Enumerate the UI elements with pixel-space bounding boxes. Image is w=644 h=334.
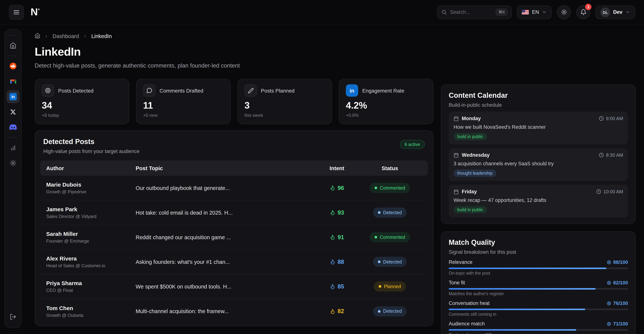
x-icon	[10, 109, 16, 115]
app-logo: N*	[30, 6, 40, 18]
calendar-icon	[454, 116, 459, 121]
column-topic: Post Topic	[136, 165, 316, 171]
right-rail: Content Calendar Build-in-public schedul…	[441, 84, 636, 334]
calendar-entry[interactable]: Monday 9:00 AM How we built NovaSeed's R…	[449, 112, 628, 144]
sidebar-item-settings[interactable]	[7, 157, 20, 170]
target-icon	[607, 321, 611, 326]
topbar: N* Search... ⌘K EN 1 DL Dev	[0, 0, 644, 25]
breadcrumb-dashboard[interactable]: Dashboard	[52, 33, 79, 39]
notification-badge: 1	[585, 4, 592, 10]
sidebar-item-gmail[interactable]	[7, 75, 20, 88]
calendar-entry[interactable]: Friday 10:00 AM Week recap — 47 opportun…	[449, 185, 628, 218]
avatar: DL	[600, 7, 610, 17]
logo-letter: N	[30, 6, 38, 18]
chevron-right-icon	[83, 34, 88, 39]
clock-icon	[599, 153, 604, 157]
metric-label: Relevance	[449, 259, 472, 265]
progress-fill	[449, 329, 576, 331]
sidebar-item-analytics[interactable]	[7, 141, 20, 154]
sidebar-divider	[9, 137, 17, 138]
entry-tag: build in public	[454, 133, 487, 140]
hamburger-icon	[13, 9, 20, 16]
post-topic: We spent $500K on outbound tools. H...	[136, 283, 316, 289]
table-row[interactable]: Sarah MillerFounder @ Encharge Reddit ch…	[40, 225, 428, 250]
active-count-badge: 6 active	[400, 140, 425, 149]
clock-icon	[599, 116, 604, 121]
comment-icon	[143, 84, 156, 97]
stat-card-posts-planned: Posts Planned 3 this week	[238, 79, 332, 124]
calendar-icon	[454, 189, 459, 194]
calendar-subtitle: Build-in-public schedule	[449, 102, 628, 108]
target-icon	[42, 84, 54, 97]
intent-score: 88	[316, 258, 358, 265]
flame-icon	[330, 259, 336, 265]
status-badge: Detected	[373, 306, 406, 316]
stat-value: 3	[244, 100, 325, 111]
stat-label: Posts Detected	[58, 88, 94, 93]
logo-asterisk: *	[38, 7, 40, 13]
sidebar: in	[4, 29, 22, 328]
table-row[interactable]: Marie DuboisGrowth @ Pipedrive Our outbo…	[40, 176, 428, 200]
breadcrumb: Dashboard LinkedIn	[35, 33, 434, 40]
sidebar-item-logout[interactable]	[7, 310, 20, 323]
menu-button[interactable]	[9, 5, 24, 20]
metric-caption: Post reaches your ICP	[449, 332, 628, 334]
table-header: Author Post Topic Intent Status	[40, 160, 428, 176]
metric-audience-match: Audience match 71/100 Post reaches your …	[449, 321, 628, 334]
entry-tag: build in public	[454, 206, 487, 214]
intent-score: 93	[316, 209, 358, 216]
column-status: Status	[358, 165, 422, 171]
post-topic: Hot take: cold email is dead in 2025. H.…	[136, 210, 316, 216]
theme-toggle-button[interactable]	[557, 5, 571, 19]
detected-posts-card: Detected Posts High-value posts from you…	[35, 130, 434, 326]
stat-sub: +8 today	[42, 113, 122, 118]
table-row[interactable]: Priya SharmaCEO @ Float We spent $500K o…	[40, 274, 428, 299]
notifications-button[interactable]: 1	[576, 5, 590, 19]
table-row[interactable]: Alex RiveraHead of Sales @ Customer.io A…	[40, 250, 428, 274]
stat-sub: +5 new	[143, 113, 224, 118]
stat-card-posts-detected: Posts Detected 34 +8 today	[35, 79, 129, 124]
flame-icon	[330, 210, 336, 215]
entry-time: 9:00 AM	[606, 116, 623, 121]
author-name: Sarah Miller	[46, 231, 136, 237]
author-role: CEO @ Float	[46, 288, 136, 293]
search-input[interactable]: Search... ⌘K	[437, 6, 512, 19]
left-column: Dashboard LinkedIn LinkedIn Detect high-…	[35, 25, 434, 326]
author-name: Tom Chen	[46, 305, 136, 311]
sidebar-item-linkedin[interactable]: in	[7, 90, 20, 103]
sidebar-item-home[interactable]	[7, 39, 20, 52]
table-row[interactable]: James ParkSales Director @ Vidyard Hot t…	[40, 200, 428, 225]
sidebar-item-discord[interactable]	[7, 121, 20, 134]
sidebar-item-reddit[interactable]	[7, 60, 20, 72]
us-flag-icon	[522, 10, 529, 15]
sidebar-item-x[interactable]	[7, 106, 20, 118]
chevron-right-icon	[44, 34, 49, 39]
status-dot-icon	[378, 211, 380, 214]
linkedin-icon: in	[346, 84, 358, 97]
status-dot-icon	[378, 310, 380, 312]
stat-sub: this week	[244, 113, 325, 118]
table-row[interactable]: Tom ChenGrowth @ Outseta Multi-channel a…	[40, 299, 428, 323]
calendar-entry[interactable]: Wednesday 8:30 AM 3 acquisition channels…	[449, 148, 628, 181]
post-topic: Multi-channel acquisition: the framew...	[136, 308, 316, 314]
calendar-title: Content Calendar	[449, 91, 628, 100]
status-dot-icon	[379, 285, 381, 288]
sidebar-divider	[9, 35, 17, 36]
calendar-icon	[454, 152, 459, 158]
chevron-down-icon	[625, 10, 630, 15]
entry-day: Friday	[462, 189, 477, 195]
author-name: Alex Rivera	[46, 255, 136, 262]
breadcrumb-home[interactable]	[35, 33, 40, 40]
entry-tag: thought leadership	[454, 170, 496, 177]
chevron-down-icon	[542, 10, 547, 15]
match-quality-subtitle: Signal breakdown for this post	[449, 249, 628, 255]
metric-relevance: Relevance 88/100 On-topic with the post	[449, 259, 628, 275]
search-icon	[442, 9, 447, 15]
page-subtitle: Detect high-value posts, generate authen…	[35, 62, 434, 69]
language-selector[interactable]: EN	[517, 6, 552, 19]
user-menu[interactable]: DL Dev	[596, 6, 635, 19]
stat-card-comments-drafted: Comments Drafted 11 +5 new	[136, 79, 231, 124]
author-role: Growth @ Pipedrive	[46, 189, 136, 195]
progress-fill	[449, 309, 585, 310]
progress-track	[449, 288, 628, 290]
